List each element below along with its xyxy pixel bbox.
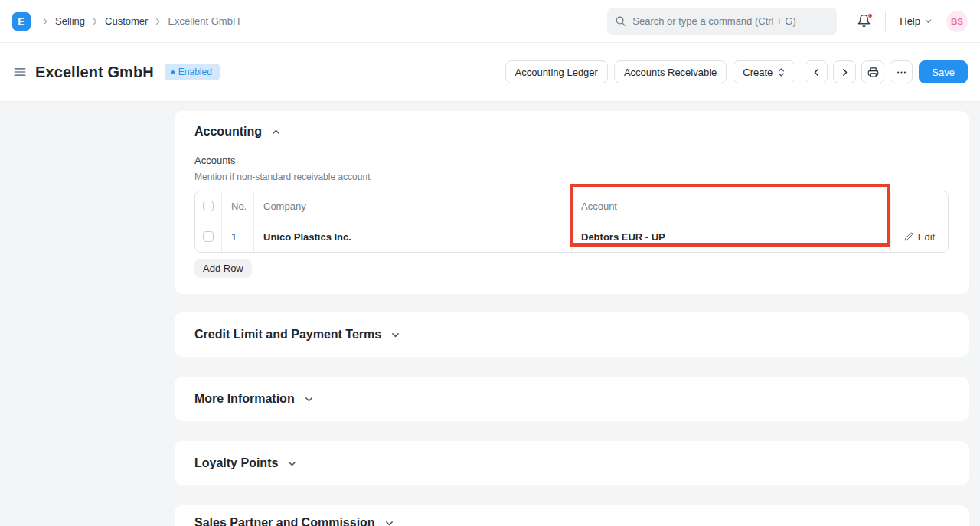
top-navbar: E Selling Customer Excellent GmbH Help [0,0,980,43]
column-header-no: No. [221,191,253,221]
divider [885,11,886,31]
sales-partner-section-toggle[interactable]: Sales Partner and Commission [194,516,949,526]
accounting-section-toggle[interactable]: Accounting [194,125,949,139]
status-badge-label: Enabled [178,67,212,77]
accounts-field-label: Accounts [194,155,949,166]
page-header: Excellent GmbH Enabled Accounting Ledger… [0,43,980,102]
save-button[interactable]: Save [919,60,968,83]
help-menu[interactable]: Help [900,15,933,27]
section-title: Sales Partner and Commission [194,516,375,526]
accounts-receivable-button[interactable]: Accounts Receivable [614,60,727,83]
edit-row-button[interactable]: Edit [904,231,935,243]
section-title: Accounting [194,125,262,139]
chevron-up-icon [271,127,281,137]
page-title: Excellent GmbH [35,64,154,81]
row-checkbox[interactable] [203,231,214,242]
app-logo-icon[interactable]: E [12,12,31,31]
form-body: Accounting Accounts Mention if non-stand… [0,102,980,526]
notification-dot [867,13,873,18]
create-label: Create [743,67,773,78]
status-dot-icon [171,70,175,74]
breadcrumb: Selling Customer Excellent GmbH [35,15,240,27]
row-number-cell: 1 [221,221,253,252]
accounts-grid: No. Company Account 1 Unico Plastics Inc… [194,191,949,253]
breadcrumb-current: Excellent GmbH [168,15,240,27]
search-icon [615,15,626,27]
company-cell[interactable]: Unico Plastics Inc. [253,221,571,252]
menu-options-button[interactable] [890,60,913,83]
printer-icon [867,67,879,78]
search-input[interactable] [632,15,829,27]
print-button[interactable] [861,60,884,83]
help-label: Help [900,15,920,27]
chevron-down-icon [390,330,400,340]
create-button[interactable]: Create [733,60,795,83]
chevron-right-icon [840,67,850,77]
accounting-ledger-button[interactable]: Accounting Ledger [505,60,608,83]
column-header-company: Company [253,191,571,221]
breadcrumb-selling[interactable]: Selling [55,15,85,27]
next-record-button[interactable] [833,60,856,83]
pencil-icon [904,232,913,241]
section-title: Credit Limit and Payment Terms [194,328,381,341]
sales-partner-section: Sales Partner and Commission [175,505,969,526]
more-information-section-toggle[interactable]: More Information [194,392,314,406]
ellipsis-icon [896,67,907,78]
credit-limit-section: Credit Limit and Payment Terms [175,312,969,357]
loyalty-points-section-toggle[interactable]: Loyalty Points [194,456,297,470]
chevron-right-icon [41,17,50,26]
column-header-edit [890,191,948,221]
breadcrumb-customer[interactable]: Customer [105,15,148,27]
user-avatar[interactable]: BS [946,11,968,32]
add-row-button[interactable]: Add Row [194,259,252,278]
chevron-right-icon [153,17,162,26]
accounting-section: Accounting Accounts Mention if non-stand… [175,111,969,294]
section-title: Loyalty Points [194,456,278,470]
chevron-down-icon [304,394,314,404]
accounts-field-description: Mention if non-standard receivable accou… [194,172,949,182]
global-search[interactable] [607,8,837,35]
select-all-checkbox[interactable] [203,201,214,211]
account-cell[interactable]: Debtors EUR - UP [571,221,890,252]
section-title: More Information [194,392,295,406]
toolbar: Accounting Ledger Accounts Receivable Cr… [505,60,969,83]
credit-limit-section-toggle[interactable]: Credit Limit and Payment Terms [194,328,400,341]
table-row: 1 Unico Plastics Inc. Debtors EUR - UP E… [195,221,948,252]
previous-record-button[interactable] [805,60,828,83]
edit-label: Edit [918,231,935,243]
notifications-bell-icon[interactable] [857,14,871,28]
chevron-left-icon [812,67,822,77]
chevron-down-icon [924,17,933,25]
chevron-down-icon [287,459,297,469]
chevron-right-icon [90,17,100,26]
sidebar-toggle-menu-icon[interactable] [12,64,28,80]
more-information-section: More Information [175,377,969,421]
status-badge: Enabled [165,64,220,80]
grid-header-row: No. Company Account [195,191,948,221]
chevron-down-icon [384,518,394,526]
select-sort-icon [777,67,786,77]
column-header-account: Account [571,191,890,221]
loyalty-points-section: Loyalty Points [175,441,969,485]
